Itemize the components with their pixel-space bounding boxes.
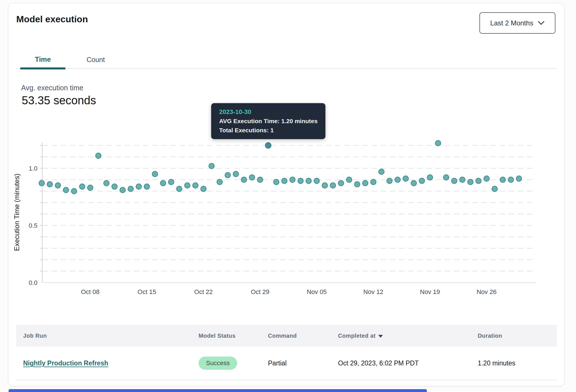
data-point[interactable] <box>451 178 457 184</box>
data-point[interactable] <box>403 176 408 181</box>
avg-execution-time-label: Avg. execution time <box>21 84 83 92</box>
tooltip-total-executions: Total Executions: 1 <box>219 126 325 135</box>
data-point[interactable] <box>120 187 125 193</box>
data-point[interactable] <box>217 179 222 185</box>
data-point[interactable] <box>39 181 45 186</box>
column-header-duration: Duration <box>478 333 502 339</box>
data-point[interactable] <box>160 181 166 186</box>
data-point[interactable] <box>508 177 513 183</box>
column-header-job-run: Job Run <box>23 333 47 339</box>
column-header-model-status: Model Status <box>199 333 235 339</box>
completed-at-label: Completed at <box>338 333 375 339</box>
data-point[interactable] <box>273 179 279 185</box>
data-point[interactable] <box>201 186 206 192</box>
job-run-link[interactable]: Nightly Production Refresh <box>23 359 108 367</box>
model-execution-card: Model execution Last 2 Months Time Count… <box>8 3 565 386</box>
data-point[interactable] <box>443 175 449 180</box>
data-point[interactable] <box>476 178 481 184</box>
y-axis-title: Execution Time (minutes) <box>13 174 21 251</box>
data-point[interactable] <box>55 183 61 188</box>
x-tick-label: Nov 19 <box>420 288 440 295</box>
data-point[interactable] <box>290 177 295 183</box>
date-range-label: Last 2 Months <box>490 19 533 27</box>
data-point[interactable] <box>322 183 327 188</box>
x-tick-label: Oct 22 <box>194 288 213 295</box>
data-point[interactable] <box>355 182 360 187</box>
page-title: Model execution <box>16 14 88 25</box>
chevron-down-icon <box>538 21 545 25</box>
data-point[interactable] <box>516 176 522 181</box>
data-point[interactable] <box>468 179 473 185</box>
data-point[interactable] <box>87 185 93 191</box>
table-header: Job Run Model Status Command Completed a… <box>16 325 557 347</box>
data-point[interactable] <box>387 178 392 184</box>
y-tick-label: 1.0 <box>29 165 37 172</box>
sort-descending-icon <box>378 335 383 338</box>
data-point[interactable] <box>249 175 255 180</box>
data-point[interactable] <box>282 178 287 184</box>
data-point[interactable] <box>411 181 417 186</box>
data-point[interactable] <box>298 178 303 184</box>
data-point[interactable] <box>330 183 336 188</box>
data-point[interactable] <box>346 177 352 183</box>
x-tick-label: Oct 08 <box>81 288 99 295</box>
data-point[interactable] <box>225 173 231 178</box>
data-point[interactable] <box>152 171 158 177</box>
avg-execution-time-value: 53.35 seconds <box>22 94 96 107</box>
data-point[interactable] <box>168 179 174 185</box>
x-tick-label: Oct 29 <box>251 288 269 295</box>
command-cell: Partial <box>268 347 287 380</box>
data-point[interactable] <box>257 177 263 183</box>
data-point[interactable] <box>371 179 376 185</box>
data-point[interactable] <box>492 186 497 192</box>
bottom-accent-bar <box>9 389 427 392</box>
tab-time[interactable]: Time <box>20 51 65 69</box>
x-tick-label: Nov 12 <box>363 288 383 295</box>
data-point[interactable] <box>306 178 311 184</box>
data-point[interactable] <box>79 184 85 189</box>
data-point[interactable] <box>484 176 489 181</box>
data-point[interactable] <box>177 186 182 192</box>
tab-count[interactable]: Count <box>76 51 116 68</box>
data-point[interactable] <box>128 186 133 192</box>
data-point[interactable] <box>241 177 247 183</box>
data-point[interactable] <box>112 184 117 189</box>
tooltip-avg-execution-time: AVG Execution Time: 1.20 minutes <box>219 117 325 126</box>
data-point[interactable] <box>209 163 214 169</box>
data-point[interactable] <box>233 171 239 177</box>
data-point[interactable] <box>193 183 198 188</box>
y-tick-label: 0.5 <box>29 222 37 229</box>
chart-tabbar: Time Count <box>16 51 557 69</box>
data-point[interactable] <box>338 181 344 186</box>
data-point[interactable] <box>71 189 77 194</box>
x-tick-label: Nov 26 <box>477 288 497 295</box>
table-row: Nightly Production Refresh Success Parti… <box>16 347 557 380</box>
data-point[interactable] <box>500 177 505 183</box>
data-point[interactable] <box>395 177 400 183</box>
data-point-highlighted[interactable] <box>265 143 271 148</box>
column-header-command: Command <box>268 333 297 339</box>
data-point[interactable] <box>47 182 53 187</box>
y-tick-label: 0.0 <box>29 279 37 286</box>
column-header-completed-at[interactable]: Completed at <box>338 333 383 339</box>
status-badge: Success <box>199 357 237 370</box>
tooltip-date: 2023-10-30 <box>219 107 325 117</box>
data-point[interactable] <box>460 177 465 183</box>
data-point[interactable] <box>427 175 433 180</box>
data-point[interactable] <box>63 187 69 193</box>
data-point[interactable] <box>435 141 441 146</box>
completed-at-cell: Oct 29, 2023, 6:02 PM PDT <box>338 347 419 380</box>
data-point[interactable] <box>96 153 101 159</box>
date-range-dropdown[interactable]: Last 2 Months <box>479 12 555 34</box>
data-point[interactable] <box>185 183 190 188</box>
data-point[interactable] <box>136 184 141 189</box>
x-tick-label: Nov 05 <box>307 288 327 295</box>
data-point[interactable] <box>144 184 150 189</box>
data-point[interactable] <box>104 181 109 186</box>
chart-tooltip: 2023-10-30 AVG Execution Time: 1.20 minu… <box>211 103 325 139</box>
data-point[interactable] <box>314 178 319 184</box>
data-point[interactable] <box>419 178 425 184</box>
duration-cell: 1.20 minutes <box>478 347 515 380</box>
data-point[interactable] <box>363 181 368 186</box>
data-point[interactable] <box>379 169 384 175</box>
